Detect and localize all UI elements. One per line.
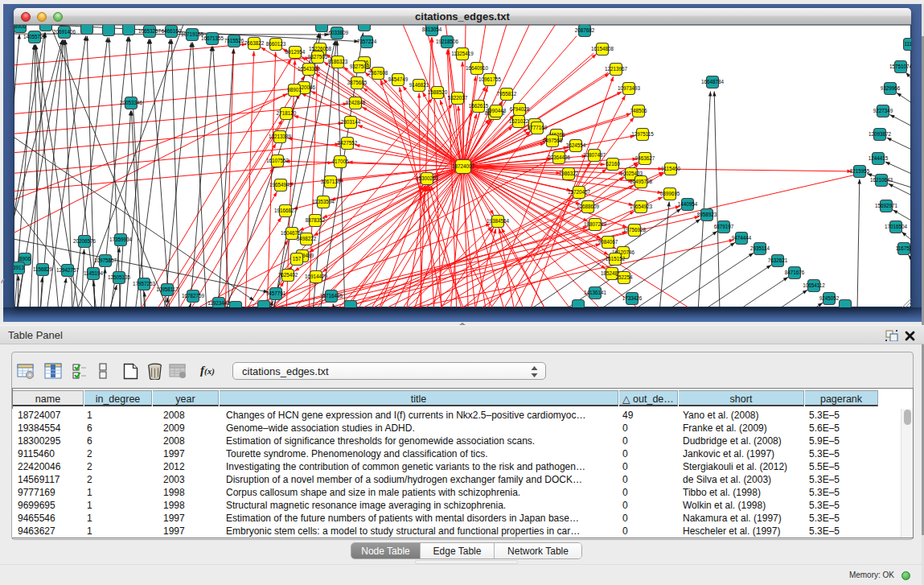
svg-text:12975115: 12975115 (631, 131, 654, 137)
svg-text:7632621: 7632621 (768, 257, 788, 263)
svg-text:16210643: 16210643 (870, 177, 893, 183)
svg-text:8906: 8906 (14, 25, 27, 29)
svg-text:7625402: 7625402 (278, 272, 298, 278)
svg-text:16648784: 16648784 (701, 79, 725, 84)
svg-text:17016504: 17016504 (885, 224, 908, 229)
svg-text:9474444: 9474444 (732, 235, 752, 241)
svg-text:16033809: 16033809 (326, 30, 349, 35)
svg-text:14136141: 14136141 (584, 290, 607, 295)
svg-text:8471676: 8471676 (785, 270, 805, 275)
svg-text:5322037: 5322037 (448, 95, 468, 101)
svg-text:1244415: 1244415 (869, 155, 889, 161)
svg-text:2367608: 2367608 (368, 70, 388, 76)
svg-text:9084067: 9084067 (598, 239, 618, 245)
svg-text:9245052: 9245052 (819, 295, 840, 301)
svg-text:8427552: 8427552 (338, 140, 358, 146)
svg-text:10958117: 10958117 (156, 286, 179, 292)
svg-text:18807249: 18807249 (584, 221, 607, 227)
svg-text:19654943: 19654943 (269, 182, 293, 187)
svg-text:1733426: 1733426 (622, 295, 643, 301)
svg-text:6497568: 6497568 (543, 138, 563, 143)
svg-text:9115460: 9115460 (661, 166, 681, 171)
svg-text:1145194: 1145194 (84, 270, 104, 276)
svg-text:16782759: 16782759 (182, 293, 205, 299)
svg-text:16914479: 16914479 (305, 274, 328, 279)
svg-text:7357224: 7357224 (357, 39, 377, 44)
svg-text:12093872: 12093872 (869, 131, 892, 137)
svg-text:9777169: 9777169 (528, 125, 548, 130)
svg-text:14055721: 14055721 (23, 34, 47, 39)
svg-text:3875685: 3875685 (347, 80, 368, 85)
svg-text:16640910: 16640910 (466, 65, 489, 71)
svg-text:1440954: 1440954 (678, 201, 698, 207)
svg-text:20206576: 20206576 (73, 238, 97, 244)
svg-text:8660123: 8660123 (266, 41, 286, 47)
svg-text:15716485: 15716485 (320, 293, 343, 299)
svg-text:116753: 116753 (896, 245, 911, 251)
svg-text:12213967: 12213967 (605, 66, 628, 72)
svg-text:9146821: 9146821 (409, 82, 429, 88)
svg-text:8215955: 8215955 (850, 168, 870, 174)
svg-text:19384554: 19384554 (487, 218, 510, 224)
svg-text:2935114: 2935114 (750, 245, 770, 251)
svg-text:9227349: 9227349 (873, 108, 893, 113)
svg-text:2087682: 2087682 (575, 27, 595, 33)
svg-text:16154808: 16154808 (591, 46, 614, 51)
svg-text:15692971: 15692971 (875, 203, 898, 208)
svg-text:9242848: 9242848 (346, 100, 366, 105)
svg-text:12213389: 12213389 (269, 134, 292, 139)
svg-text:252254: 252254 (615, 274, 633, 280)
svg-text:10654112: 10654112 (803, 282, 825, 288)
svg-text:20691406: 20691406 (53, 29, 76, 35)
svg-text:10973493: 10973493 (618, 85, 641, 91)
svg-text:12505135: 12505135 (108, 274, 131, 280)
svg-text:8186323: 8186323 (328, 59, 348, 64)
svg-text:9463627: 9463627 (635, 155, 655, 161)
svg-text:8454749: 8454749 (388, 76, 409, 82)
svg-text:19218506: 19218506 (436, 39, 459, 44)
svg-text:2718120: 2718120 (277, 110, 297, 116)
svg-text:17957253: 17957253 (133, 281, 156, 286)
svg-text:6794028: 6794028 (510, 106, 530, 112)
svg-text:20053346: 20053346 (120, 100, 143, 105)
svg-text:417006: 417006 (331, 159, 349, 164)
svg-text:8878352: 8878352 (306, 217, 326, 223)
svg-text:1156829: 1156829 (33, 266, 53, 272)
svg-text:6879197: 6879197 (714, 224, 734, 229)
svg-text:6466160: 6466160 (162, 28, 182, 34)
svg-text:9457791: 9457791 (266, 290, 286, 296)
svg-text:1112: 1112 (904, 41, 911, 47)
svg-text:748506: 748506 (630, 108, 647, 113)
svg-text:9327505: 9327505 (308, 54, 328, 60)
svg-text:16671355: 16671355 (201, 35, 224, 41)
svg-text:3267130: 3267130 (321, 179, 341, 184)
svg-text:15720407: 15720407 (568, 189, 591, 195)
svg-text:9327508: 9327508 (350, 64, 370, 69)
svg-text:1621022: 1621022 (509, 118, 529, 124)
svg-text:8958923: 8958923 (697, 212, 717, 217)
svg-text:10688609: 10688609 (577, 204, 600, 209)
svg-text:7515526: 7515526 (224, 38, 244, 43)
svg-text:98901: 98901 (287, 87, 302, 93)
svg-text:8906: 8906 (19, 256, 31, 262)
svg-text:9329966: 9329966 (881, 85, 901, 91)
svg-text:10961755: 10961755 (478, 76, 502, 82)
svg-text:16107552: 16107552 (266, 158, 290, 163)
svg-text:19756928: 19756928 (623, 227, 647, 233)
svg-text:10807487: 10807487 (583, 152, 606, 158)
svg-text:8813054: 8813054 (422, 27, 442, 32)
svg-text:11923448: 11923448 (207, 300, 230, 306)
svg-text:1588520: 1588520 (428, 89, 448, 95)
svg-text:1615152: 1615152 (606, 256, 626, 262)
svg-text:10653267: 10653267 (138, 28, 162, 34)
svg-text:3498222: 3498222 (297, 236, 317, 241)
svg-text:16543362: 16543362 (298, 66, 321, 72)
svg-text:157: 157 (293, 256, 302, 262)
svg-text:18724007: 18724007 (452, 163, 475, 169)
svg-text:7986322: 7986322 (559, 171, 579, 176)
svg-text:17359934: 17359934 (109, 237, 133, 242)
svg-text:3624554: 3624554 (566, 142, 586, 148)
svg-text:11353594: 11353594 (312, 199, 335, 204)
svg-text:12942757: 12942757 (56, 267, 80, 273)
svg-text:15300203: 15300203 (416, 175, 439, 181)
